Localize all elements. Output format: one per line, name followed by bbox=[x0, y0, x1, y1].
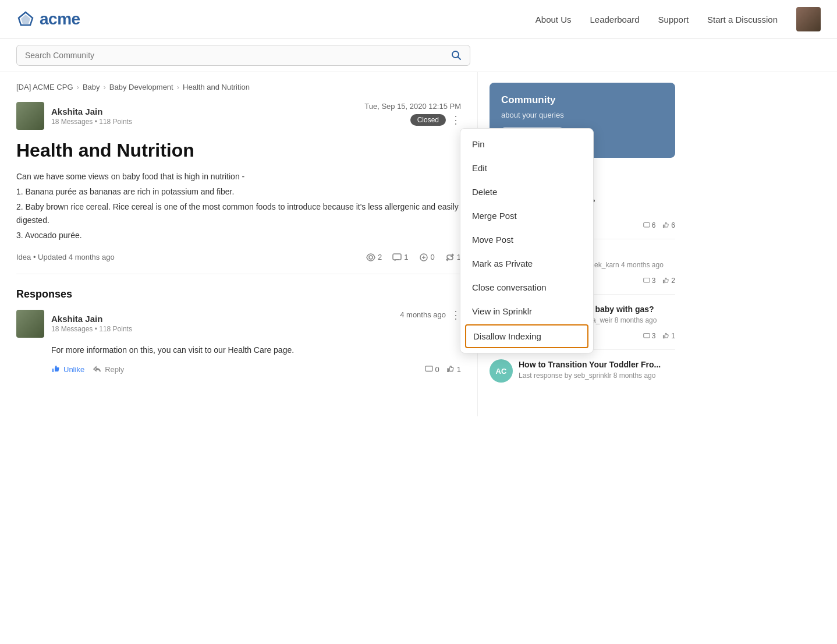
response-comments-stat: 0 bbox=[425, 365, 439, 374]
dropdown-mark-private[interactable]: Mark as Private bbox=[460, 252, 593, 275]
reply-button[interactable]: Reply bbox=[93, 365, 124, 374]
search-bar-row bbox=[0, 39, 837, 72]
page-layout: [DA] ACME CPG › Baby › Baby Development … bbox=[0, 72, 837, 416]
nav-about-us[interactable]: About Us bbox=[535, 15, 572, 24]
author-name[interactable]: Akshita Jain bbox=[51, 107, 132, 116]
post-date: Tue, Sep 15, 2020 12:15 PM bbox=[364, 102, 461, 111]
response-action-left: Unlike Reply bbox=[51, 365, 124, 374]
nav-start-discussion[interactable]: Start a Discussion bbox=[707, 15, 778, 24]
svg-rect-10 bbox=[643, 223, 650, 228]
post-views-stat: 2 bbox=[366, 253, 382, 262]
sidebar-post-0-comments: 6 bbox=[643, 221, 656, 229]
response-author-meta: 18 Messages • 118 Points bbox=[51, 325, 132, 333]
post-header: Akshita Jain 18 Messages • 118 Points Tu… bbox=[16, 102, 461, 130]
dropdown-disallow-indexing[interactable]: Disallow Indexing bbox=[465, 324, 588, 348]
logo: acme bbox=[16, 10, 80, 29]
sidebar-post-1-comments: 3 bbox=[643, 277, 656, 285]
post-body-line-0: Can we have some views on baby food that… bbox=[16, 170, 461, 183]
breadcrumb-sep-0: › bbox=[77, 83, 79, 91]
breadcrumb-item-0[interactable]: [DA] ACME CPG bbox=[16, 83, 73, 91]
post-status-badge: Closed bbox=[410, 114, 446, 126]
dropdown-delete[interactable]: Delete bbox=[460, 180, 593, 204]
response-likes-stat: 1 bbox=[446, 365, 461, 374]
post-stats: Idea • Updated 4 months ago 2 1 0 1 bbox=[16, 253, 461, 262]
unlike-button[interactable]: Unlike bbox=[51, 365, 84, 374]
sidebar-post-2-likes: 1 bbox=[662, 332, 675, 340]
sidebar-post-1-likes: 2 bbox=[662, 277, 675, 285]
breadcrumb: [DA] ACME CPG › Baby › Baby Development … bbox=[16, 83, 461, 91]
dropdown-view-sprinklr[interactable]: View in Sprinklr bbox=[460, 299, 593, 323]
response-date: 4 months ago bbox=[400, 310, 446, 319]
breadcrumb-item-3[interactable]: Health and Nutrition bbox=[183, 83, 250, 91]
response-header: Akshita Jain 18 Messages • 118 Points 4 … bbox=[16, 310, 461, 338]
dropdown-close-conversation[interactable]: Close conversation bbox=[460, 275, 593, 299]
post-meta-right: Tue, Sep 15, 2020 12:15 PM Closed ⋮ bbox=[364, 102, 461, 126]
logo-text: acme bbox=[40, 10, 80, 29]
svg-rect-9 bbox=[425, 366, 432, 371]
sidebar-card-title: Community bbox=[501, 94, 664, 106]
sidebar-post-2-comments: 3 bbox=[643, 332, 656, 340]
response-author-info: Akshita Jain 18 Messages • 118 Points bbox=[51, 314, 132, 333]
author-info: Akshita Jain 18 Messages • 118 Points bbox=[51, 107, 132, 126]
dropdown-merge-post[interactable]: Merge Post bbox=[460, 204, 593, 228]
post-body-line-2: 2. Baby brown rice cereal. Rice cereal i… bbox=[16, 200, 461, 227]
response-author: Akshita Jain 18 Messages • 118 Points bbox=[16, 310, 132, 338]
header: acme About Us Leaderboard Support Start … bbox=[0, 0, 837, 39]
search-icon[interactable] bbox=[451, 50, 462, 61]
nav-support[interactable]: Support bbox=[658, 15, 689, 24]
post-author: Akshita Jain 18 Messages • 118 Points bbox=[16, 102, 132, 130]
response-meta-right: 4 months ago ⋮ bbox=[400, 310, 461, 320]
svg-rect-5 bbox=[393, 254, 401, 260]
dropdown-edit[interactable]: Edit bbox=[460, 156, 593, 180]
search-bar bbox=[16, 45, 470, 66]
breadcrumb-item-1[interactable]: Baby bbox=[83, 83, 100, 91]
response-item: Akshita Jain 18 Messages • 118 Points 4 … bbox=[16, 310, 461, 374]
sidebar-post-3-header: AC How to Transition Your Toddler Fro...… bbox=[490, 359, 675, 383]
sidebar-avatar-3: AC bbox=[490, 359, 513, 383]
main-content: [DA] ACME CPG › Baby › Baby Development … bbox=[0, 72, 477, 416]
response-body: For more information on this, you can vi… bbox=[51, 344, 461, 356]
dropdown-pin[interactable]: Pin bbox=[460, 132, 593, 156]
post-body: Can we have some views on baby food that… bbox=[16, 170, 461, 242]
sidebar-post-3-title[interactable]: How to Transition Your Toddler Fro... bbox=[519, 359, 661, 370]
response-author-avatar bbox=[16, 310, 44, 338]
svg-point-4 bbox=[369, 256, 373, 259]
responses-title: Responses bbox=[16, 288, 461, 300]
breadcrumb-sep-1: › bbox=[104, 83, 106, 91]
post-tag: Idea • Updated 4 months ago bbox=[16, 253, 115, 261]
svg-marker-1 bbox=[21, 15, 30, 24]
post-title: Health and Nutrition bbox=[16, 139, 461, 161]
logo-icon bbox=[16, 10, 35, 29]
post-body-line-3: 3. Avocado purée. bbox=[16, 229, 461, 242]
svg-rect-12 bbox=[643, 334, 650, 338]
author-meta: 18 Messages • 118 Points bbox=[51, 118, 132, 126]
search-input[interactable] bbox=[25, 51, 451, 60]
breadcrumb-sep-2: › bbox=[177, 83, 179, 91]
post-comments-stat: 1 bbox=[392, 253, 408, 262]
svg-line-3 bbox=[458, 57, 461, 60]
dropdown-menu: Pin Edit Delete Merge Post Move Post Mar… bbox=[460, 128, 594, 353]
sidebar-post-3-info: How to Transition Your Toddler Fro... La… bbox=[519, 359, 661, 379]
dropdown-move-post[interactable]: Move Post bbox=[460, 228, 593, 252]
svg-rect-11 bbox=[643, 278, 650, 283]
post-body-line-1: 1. Banana purée as bananas are rich in p… bbox=[16, 185, 461, 198]
nav-leaderboard[interactable]: Leaderboard bbox=[590, 15, 639, 24]
response-action-right: 0 1 bbox=[425, 365, 461, 374]
main-nav: About Us Leaderboard Support Start a Dis… bbox=[535, 7, 821, 31]
post-author-avatar bbox=[16, 102, 44, 130]
breadcrumb-item-2[interactable]: Baby Development bbox=[109, 83, 173, 91]
user-avatar[interactable] bbox=[796, 7, 821, 31]
sidebar-card-text: about your queries bbox=[501, 111, 664, 119]
response-actions: Unlike Reply 0 1 bbox=[51, 365, 461, 374]
sidebar-post-3-meta: Last response by seb_sprinklr 8 months a… bbox=[519, 371, 661, 380]
post-more-button[interactable]: ⋮ bbox=[451, 115, 461, 125]
divider-1 bbox=[16, 274, 461, 274]
response-author-name[interactable]: Akshita Jain bbox=[51, 314, 132, 324]
post-shares-stat: 1 bbox=[445, 253, 461, 262]
post-likes-stat: 0 bbox=[419, 253, 435, 262]
sidebar-post-0-likes: 6 bbox=[662, 221, 675, 229]
sidebar-post-3: AC How to Transition Your Toddler Fro...… bbox=[490, 359, 675, 397]
